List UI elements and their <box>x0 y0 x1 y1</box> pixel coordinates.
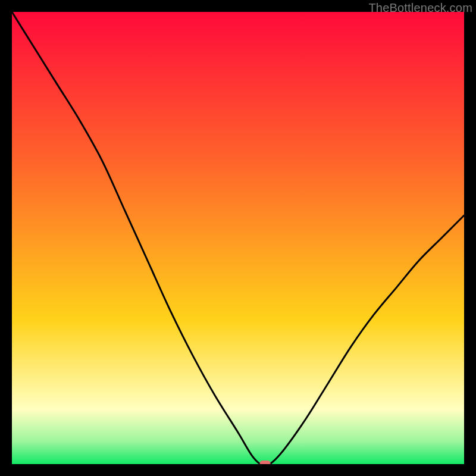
gradient-background <box>12 12 464 464</box>
optimum-marker <box>260 461 271 464</box>
bottleneck-chart <box>12 12 464 464</box>
chart-frame: TheBottleneck.com <box>0 0 476 476</box>
